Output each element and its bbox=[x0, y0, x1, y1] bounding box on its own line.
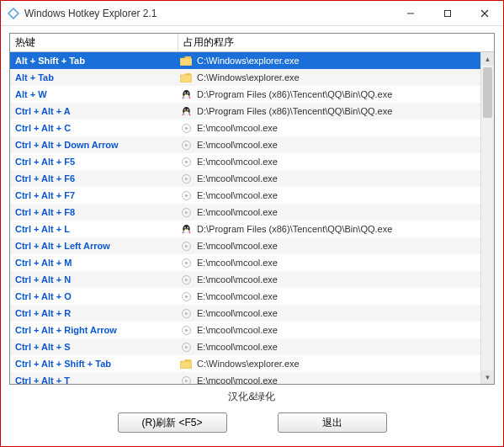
program-cell: E:\mcool\mcool.exe bbox=[194, 190, 494, 200]
program-cell: E:\mcool\mcool.exe bbox=[194, 157, 494, 167]
window-title: Windows Hotkey Explorer 2.1 bbox=[24, 8, 392, 19]
hotkey-cell: Ctrl + Alt + Shift + Tab bbox=[10, 359, 178, 369]
svg-point-30 bbox=[184, 227, 185, 228]
table-row[interactable]: Ctrl + Alt + AD:\Program Files (x86)\Ten… bbox=[10, 103, 494, 120]
folder-icon bbox=[178, 73, 194, 82]
svg-rect-40 bbox=[180, 361, 192, 369]
play-icon bbox=[178, 141, 194, 150]
hotkey-cell: Alt + Shift + Tab bbox=[10, 56, 178, 66]
table-row[interactable]: Ctrl + Alt + CE:\mcool\mcool.exe bbox=[10, 120, 494, 136]
scroll-down-button[interactable]: ▼ bbox=[481, 370, 494, 384]
program-cell: E:\mcool\mcool.exe bbox=[194, 274, 494, 285]
table-row[interactable]: Ctrl + Alt + F6E:\mcool\mcool.exe bbox=[10, 170, 494, 187]
svg-point-12 bbox=[185, 93, 188, 94]
program-cell: E:\mcool\mcool.exe bbox=[194, 342, 494, 352]
hotkey-cell: Ctrl + Alt + N bbox=[10, 274, 178, 285]
table-row[interactable]: Ctrl + Alt + ME:\mcool\mcool.exe bbox=[10, 254, 494, 271]
program-cell: C:\Windows\explorer.exe bbox=[194, 56, 494, 66]
hotkey-cell: Alt + Tab bbox=[10, 72, 178, 82]
table-row[interactable]: Ctrl + Alt + OE:\mcool\mcool.exe bbox=[10, 288, 494, 305]
program-cell: E:\mcool\mcool.exe bbox=[194, 241, 494, 251]
hotkey-cell: Ctrl + Alt + Left Arrow bbox=[10, 241, 178, 251]
program-cell: C:\Windows\explorer.exe bbox=[194, 72, 494, 82]
titlebar: Windows Hotkey Explorer 2.1 bbox=[1, 1, 503, 26]
svg-point-32 bbox=[185, 228, 188, 229]
play-icon bbox=[178, 292, 194, 301]
hotkey-cell: Ctrl + Alt + R bbox=[10, 308, 178, 318]
hotkey-cell: Ctrl + Alt + F6 bbox=[10, 173, 178, 184]
table-row[interactable]: Ctrl + Alt + F8E:\mcool\mcool.exe bbox=[10, 204, 494, 221]
table-row[interactable]: Ctrl + Alt + Left ArrowE:\mcool\mcool.ex… bbox=[10, 237, 494, 254]
svg-point-18 bbox=[187, 109, 188, 110]
scrollbar[interactable]: ▲ ▼ bbox=[480, 52, 494, 384]
play-icon bbox=[178, 326, 194, 335]
svg-rect-1 bbox=[445, 10, 451, 16]
hotkey-cell: Ctrl + Alt + S bbox=[10, 342, 178, 352]
svg-point-11 bbox=[187, 93, 188, 93]
hotkey-list[interactable]: 热键 占用的程序 Alt + Shift + TabC:\Windows\exp… bbox=[9, 33, 495, 385]
play-icon bbox=[178, 309, 194, 318]
scroll-up-button[interactable]: ▲ bbox=[481, 52, 494, 66]
play-icon bbox=[178, 275, 194, 285]
play-icon bbox=[178, 191, 194, 200]
minimize-button[interactable] bbox=[392, 1, 429, 25]
hotkey-cell: Alt + W bbox=[10, 89, 178, 99]
program-cell: D:\Program Files (x86)\Tencent\QQ\Bin\QQ… bbox=[194, 106, 494, 116]
table-row[interactable]: Ctrl + Alt + Shift + TabC:\Windows\explo… bbox=[10, 355, 494, 372]
table-row[interactable]: Ctrl + Alt + F5E:\mcool\mcool.exe bbox=[10, 153, 494, 170]
column-header-program[interactable]: 占用的程序 bbox=[178, 34, 494, 51]
program-cell: E:\mcool\mcool.exe bbox=[194, 375, 494, 384]
svg-point-17 bbox=[184, 109, 185, 110]
scroll-thumb[interactable] bbox=[483, 67, 492, 118]
refresh-button[interactable]: (R)刷新 <F5> bbox=[118, 412, 227, 433]
play-icon bbox=[178, 157, 194, 167]
folder-icon bbox=[178, 56, 194, 66]
table-row[interactable]: Ctrl + Alt + Down ArrowE:\mcool\mcool.ex… bbox=[10, 136, 494, 153]
qq-icon bbox=[178, 224, 194, 235]
svg-rect-4 bbox=[180, 58, 192, 66]
play-icon bbox=[178, 124, 194, 133]
svg-rect-5 bbox=[180, 75, 192, 82]
program-cell: E:\mcool\mcool.exe bbox=[194, 123, 494, 133]
column-header-hotkey[interactable]: 热键 bbox=[10, 34, 178, 51]
app-icon bbox=[8, 8, 19, 19]
hotkey-cell: Ctrl + Alt + F5 bbox=[10, 157, 178, 167]
hotkey-cell: Ctrl + Alt + T bbox=[10, 375, 178, 384]
play-icon bbox=[178, 258, 194, 268]
program-cell: D:\Program Files (x86)\Tencent\QQ\Bin\QQ… bbox=[194, 89, 494, 99]
scroll-track[interactable] bbox=[481, 66, 494, 370]
table-row[interactable]: Ctrl + Alt + NE:\mcool\mcool.exe bbox=[10, 271, 494, 288]
play-icon bbox=[178, 208, 194, 217]
svg-point-19 bbox=[185, 110, 188, 111]
table-row[interactable]: Ctrl + Alt + TE:\mcool\mcool.exe bbox=[10, 372, 494, 384]
play-icon bbox=[178, 343, 194, 352]
hotkey-cell: Ctrl + Alt + Right Arrow bbox=[10, 325, 178, 335]
table-row[interactable]: Ctrl + Alt + F7E:\mcool\mcool.exe bbox=[10, 187, 494, 204]
table-row[interactable]: Ctrl + Alt + SE:\mcool\mcool.exe bbox=[10, 338, 494, 355]
program-cell: D:\Program Files (x86)\Tencent\QQ\Bin\QQ… bbox=[194, 224, 494, 234]
close-button[interactable] bbox=[466, 1, 503, 25]
list-header: 热键 占用的程序 bbox=[10, 34, 494, 52]
program-cell: E:\mcool\mcool.exe bbox=[194, 325, 494, 335]
table-row[interactable]: Ctrl + Alt + RE:\mcool\mcool.exe bbox=[10, 305, 494, 322]
qq-icon bbox=[178, 106, 194, 117]
hotkey-cell: Ctrl + Alt + Down Arrow bbox=[10, 140, 178, 150]
program-cell: E:\mcool\mcool.exe bbox=[194, 173, 494, 184]
qq-icon bbox=[178, 89, 194, 100]
hotkey-cell: Ctrl + Alt + F7 bbox=[10, 190, 178, 200]
maximize-button[interactable] bbox=[429, 1, 466, 25]
table-row[interactable]: Alt + WD:\Program Files (x86)\Tencent\QQ… bbox=[10, 86, 494, 103]
hotkey-cell: Ctrl + Alt + M bbox=[10, 258, 178, 268]
program-cell: C:\Windows\explorer.exe bbox=[194, 359, 494, 369]
exit-button[interactable]: 退出 bbox=[278, 412, 387, 433]
footer-text: 汉化&绿化 bbox=[9, 390, 495, 404]
folder-icon bbox=[178, 359, 194, 369]
table-row[interactable]: Ctrl + Alt + Right ArrowE:\mcool\mcool.e… bbox=[10, 322, 494, 338]
play-icon bbox=[178, 242, 194, 251]
table-row[interactable]: Alt + Shift + TabC:\Windows\explorer.exe bbox=[10, 52, 494, 69]
play-icon bbox=[178, 174, 194, 184]
play-icon bbox=[178, 376, 194, 385]
hotkey-cell: Ctrl + Alt + L bbox=[10, 224, 178, 234]
table-row[interactable]: Alt + TabC:\Windows\explorer.exe bbox=[10, 69, 494, 86]
table-row[interactable]: Ctrl + Alt + LD:\Program Files (x86)\Ten… bbox=[10, 221, 494, 237]
